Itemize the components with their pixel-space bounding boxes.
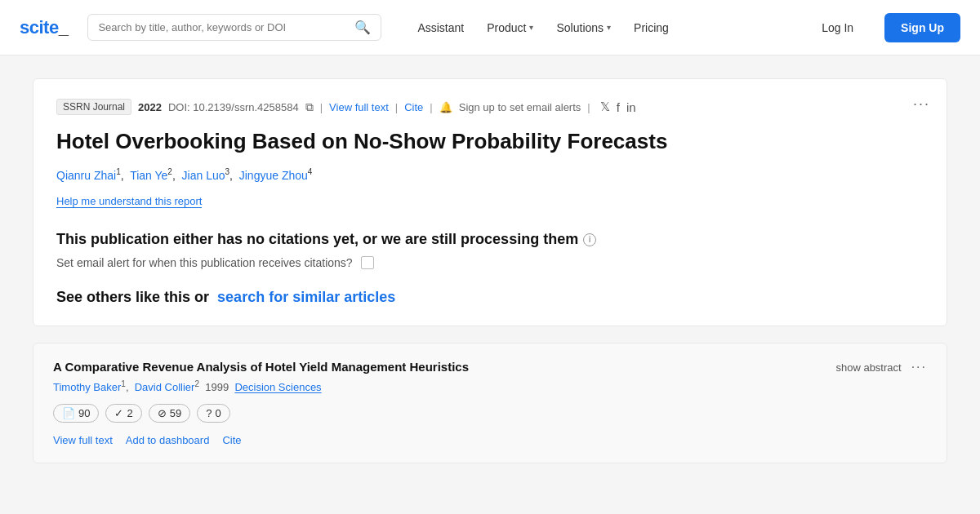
related-cite[interactable]: Cite — [222, 434, 241, 446]
linkedin-icon[interactable]: in — [626, 100, 636, 114]
product-chevron-icon: ▾ — [529, 23, 533, 32]
related-title: A Comparative Revenue Analysis of Hotel … — [53, 360, 835, 374]
main-content: ··· SSRN Journal 2022 DOI: 10.2139/ssrn.… — [16, 55, 964, 486]
view-full-text-link[interactable]: View full text — [329, 101, 389, 113]
check-icon: ✓ — [114, 407, 123, 419]
badge-supporting: ✓ 2 — [105, 404, 141, 423]
related-author-1[interactable]: Timothy Baker — [53, 382, 121, 394]
related-section: A Comparative Revenue Analysis of Hotel … — [33, 343, 947, 463]
related-journal-link[interactable]: Decision Sciences — [234, 382, 321, 394]
article-meta-row: SSRN Journal 2022 DOI: 10.2139/ssrn.4258… — [56, 99, 924, 115]
related-more-button[interactable]: ··· — [911, 360, 927, 374]
author-2[interactable]: Tian Ye — [130, 168, 167, 181]
related-view-full-text[interactable]: View full text — [53, 434, 113, 446]
more-options-button[interactable]: ··· — [913, 95, 930, 113]
navbar: scite_ 🔍 Assistant Product ▾ Solutions ▾… — [0, 0, 980, 55]
related-meta: Timothy Baker1, David Collier2 1999 Deci… — [53, 379, 927, 393]
no-cite-text: This publication either has no citations… — [56, 231, 924, 248]
article-title: Hotel Overbooking Based on No-Show Proba… — [56, 128, 924, 156]
author-4[interactable]: Jingyue Zhou — [239, 168, 308, 181]
nav-product[interactable]: Product ▾ — [477, 15, 543, 41]
badges: 📄 90 ✓ 2 ⊘ 59 ? 0 — [53, 404, 927, 423]
info-icon[interactable]: i — [583, 233, 596, 246]
twitter-icon[interactable]: 𝕏 — [600, 100, 610, 114]
cite-link[interactable]: Cite — [404, 101, 423, 113]
help-link[interactable]: Help me understand this report — [56, 195, 202, 208]
search-input[interactable] — [98, 21, 354, 33]
signup-button[interactable]: Sign Up — [884, 13, 960, 42]
author-1[interactable]: Qianru Zhai — [56, 168, 116, 181]
article-card: ··· SSRN Journal 2022 DOI: 10.2139/ssrn.… — [33, 78, 947, 326]
badge-contrasting: ⊘ 59 — [149, 404, 190, 423]
related-add-dashboard[interactable]: Add to dashboard — [126, 434, 210, 446]
logo[interactable]: scite_ — [20, 17, 68, 38]
nav-links: Assistant Product ▾ Solutions ▾ Pricing — [408, 15, 678, 41]
bottom-links: View full text Add to dashboard Cite — [53, 434, 927, 446]
see-others: See others like this or search for simil… — [56, 289, 924, 306]
email-alert-row: Set email alert for when this publicatio… — [56, 256, 924, 269]
related-author-2[interactable]: David Collier — [135, 382, 195, 394]
copy-icon[interactable]: ⧉ — [305, 100, 314, 114]
search-bar: 🔍 — [87, 14, 381, 41]
no-citations-section: This publication either has no citations… — [56, 231, 924, 269]
author-3[interactable]: Jian Luo — [182, 168, 225, 181]
email-alert-checkbox[interactable] — [361, 256, 374, 269]
question-icon: ? — [206, 407, 212, 419]
social-icons: 𝕏 f in — [600, 100, 636, 114]
solutions-chevron-icon: ▾ — [607, 23, 611, 32]
badge-mentioning: ? 0 — [197, 404, 229, 423]
alert-text: Sign up to set email alerts — [459, 101, 581, 113]
login-button[interactable]: Log In — [810, 15, 865, 41]
contrast-icon: ⊘ — [158, 407, 167, 419]
article-year: 2022 — [138, 101, 162, 113]
facebook-icon[interactable]: f — [617, 100, 620, 114]
search-similar-link[interactable]: search for similar articles — [217, 289, 395, 305]
search-icon[interactable]: 🔍 — [354, 20, 371, 35]
nav-pricing[interactable]: Pricing — [624, 15, 679, 41]
authors: Qianru Zhai1, Tian Ye2, Jian Luo3, Jingy… — [56, 167, 924, 182]
bell-icon: 🔔 — [439, 101, 452, 113]
journal-badge: SSRN Journal — [56, 99, 131, 115]
related-item: A Comparative Revenue Analysis of Hotel … — [53, 360, 927, 445]
nav-assistant[interactable]: Assistant — [408, 15, 474, 41]
show-abstract-button[interactable]: show abstract — [835, 361, 901, 374]
badge-document: 📄 90 — [53, 404, 99, 423]
related-header: A Comparative Revenue Analysis of Hotel … — [53, 360, 927, 374]
nav-solutions[interactable]: Solutions ▾ — [546, 15, 621, 41]
document-icon: 📄 — [62, 407, 75, 419]
article-doi: DOI: 10.2139/ssrn.4258584 — [168, 101, 299, 113]
